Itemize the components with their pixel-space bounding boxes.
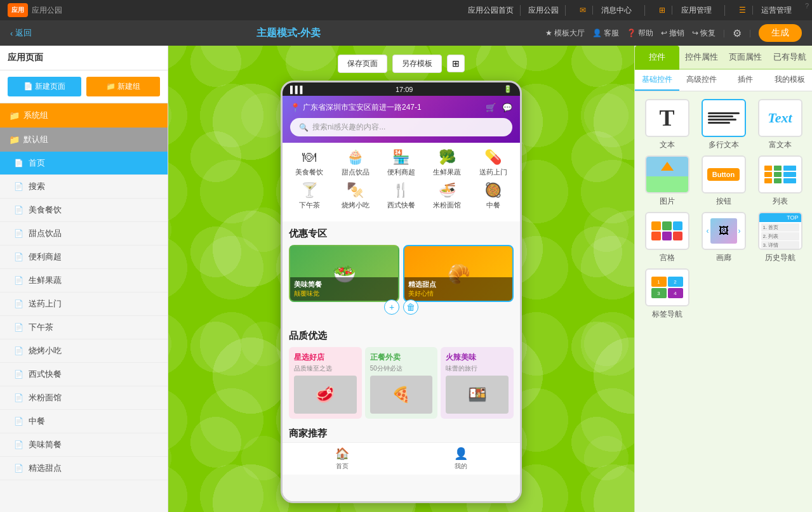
phone-search-bar[interactable]: 🔍 搜索ni感兴趣的内容...	[290, 118, 512, 136]
folder-icon-gray: 📁	[9, 135, 20, 145]
sidebar-item-noodle[interactable]: 📄 米粉面馆	[0, 386, 168, 410]
tab-nav[interactable]: 已有导航	[768, 46, 812, 70]
quality-card-1[interactable]: 正餐外卖 50分钟必达 🍕	[365, 347, 438, 419]
widget-grid-label: 宫格	[660, 253, 675, 263]
new-group-button[interactable]: 📁 新建组	[86, 77, 160, 96]
widget-tags[interactable]: 1 2 3 4 标签导航	[641, 268, 693, 320]
sidebar-item-fresh[interactable]: 📄 生鲜果蔬	[0, 269, 168, 292]
sidebar-item-medicine[interactable]: 📄 送药上门	[0, 292, 168, 316]
category-item-2[interactable]: 🏪 便利商超	[382, 149, 420, 177]
location-icon: 📍	[290, 103, 300, 112]
sidebar-item-dessert[interactable]: 📄 甜点饮品	[0, 222, 168, 246]
generate-button[interactable]: 生成	[759, 24, 802, 42]
category-item-5[interactable]: 🍸 下午茶	[290, 182, 328, 210]
canvas-settings-button[interactable]: ⊞	[447, 55, 465, 72]
widget-richtext[interactable]: Text 富文本	[754, 99, 806, 150]
tab-page-props[interactable]: 页面属性	[724, 46, 768, 70]
back-button[interactable]: ‹ 返回	[10, 27, 32, 39]
cat-icon-6: 🍢	[347, 182, 364, 199]
phone-nav-home[interactable]: 🏠 首页	[335, 447, 349, 471]
gallery-icon: ‹ 🖼 ›	[704, 216, 743, 246]
widget-gallery[interactable]: ‹ 🖼 › 画廊	[698, 212, 749, 263]
promo-card-0[interactable]: 🥗 美味简餐 颠覆味觉	[289, 245, 399, 302]
sidebar-item-chinese[interactable]: 📄 中餐	[0, 410, 168, 433]
phone-header: 📍 广东省深圳市宝安区前进一路247-1 🛒 💬 🔍 搜索ni感兴趣的内容...	[283, 96, 520, 143]
top-link-app[interactable]: 应用公园	[522, 5, 566, 16]
top-link-ops[interactable]: ☰ 运营管理	[726, 5, 804, 16]
subtab-advanced[interactable]: 高级控件	[679, 70, 724, 91]
widget-button[interactable]: Button 按钮	[698, 155, 749, 207]
tab-widgets[interactable]: 控件	[635, 46, 679, 70]
top-link-manage[interactable]: ⊞ 应用管理	[646, 5, 724, 16]
star-icon: ★	[545, 29, 552, 37]
save-as-template-button[interactable]: 另存模板	[392, 55, 442, 73]
sidebar-item-food[interactable]: 📄 美食餐饮	[0, 199, 168, 222]
save-page-button[interactable]: 保存页面	[338, 55, 387, 73]
sidebar-buttons: 📄 新建页面 📁 新建组	[0, 70, 168, 103]
undo-btn[interactable]: ↩ 撤销	[661, 28, 684, 39]
logo-icon: 应用	[8, 3, 28, 17]
category-item-6[interactable]: 🍢 烧烤小吃	[336, 182, 375, 210]
shop-icon[interactable]: 🛒	[486, 103, 496, 112]
promo-card-1[interactable]: 🥐 精选甜点 美好心情	[403, 245, 514, 302]
sidebar-group-default[interactable]: 📁 默认组	[0, 128, 168, 152]
widget-multitext[interactable]: ? 多行文本	[698, 99, 749, 150]
list-row	[764, 166, 796, 171]
settings-button[interactable]: ⚙	[733, 27, 742, 39]
phone-mockup: ▌▌▌ 17:09 🔋 📍 广东省深圳市宝安区前进一路247-1 🛒 💬	[281, 81, 522, 503]
template-hall-btn[interactable]: ★ 模板大厅	[545, 28, 585, 39]
toolbar: ‹ 返回 主题模式-外卖 ★ 模板大厅 👤 客服 ❓ 帮助 ↩ 撤销 ↪ 恢复 …	[0, 20, 812, 46]
redo-btn[interactable]: ↪ 恢复	[692, 28, 715, 39]
widget-list[interactable]: 列表	[754, 155, 806, 207]
sidebar-item-bbq[interactable]: 📄 烧烤小吃	[0, 339, 168, 363]
quality-card-2[interactable]: 火辣美味 味蕾的旅行 🍱	[441, 347, 514, 419]
category-item-0[interactable]: 🍽 美食餐饮	[290, 149, 328, 177]
widget-image[interactable]: 图片	[641, 155, 693, 207]
sidebar-item-search[interactable]: 📄 搜索	[0, 175, 168, 199]
promo-add-button[interactable]: +	[384, 299, 399, 315]
subtab-plugin[interactable]: 插件	[724, 70, 768, 91]
signal-icon: ▌▌▌	[290, 86, 305, 93]
new-page-button[interactable]: 📄 新建页面	[8, 77, 81, 96]
sidebar-item-home[interactable]: 📄 首页	[0, 152, 168, 175]
sidebar-item-convenience[interactable]: 📄 便利商超	[0, 246, 168, 269]
subtab-basic[interactable]: 基础控件	[635, 70, 679, 91]
help-btn[interactable]: ❓ 帮助	[627, 28, 653, 39]
left-sidebar: 应用页面 📄 新建页面 📁 新建组 📁 系统组 📁 默认组 📄 首页 📄 搜索	[0, 46, 168, 512]
battery-icon: 🔋	[503, 85, 512, 93]
widget-text[interactable]: T 文本	[641, 99, 693, 150]
quality-card-0[interactable]: 星选好店 品质臻至之选 🥩	[289, 347, 362, 419]
category-item-4[interactable]: 💊 送药上门	[474, 149, 512, 177]
phone-nav-profile[interactable]: 👤 我的	[454, 447, 468, 471]
subtab-mytemplate[interactable]: 我的模板	[768, 70, 812, 91]
tab-widget-props[interactable]: 控件属性	[679, 46, 724, 70]
right-panel-subtabs: 基础控件 高级控件 插件 我的模板	[635, 70, 812, 91]
category-item-9[interactable]: 🥘 中餐	[474, 182, 512, 210]
promo-delete-button[interactable]: 🗑	[403, 299, 418, 315]
logo-area: 应用 应用公园	[8, 3, 62, 17]
sidebar-group-system[interactable]: 📁 系统组	[0, 103, 168, 128]
list-row	[764, 178, 796, 183]
phone-content[interactable]: 📍 广东省深圳市宝安区前进一路247-1 🛒 💬 🔍 搜索ni感兴趣的内容...	[283, 96, 520, 501]
sidebar-item-western[interactable]: 📄 西式快餐	[0, 363, 168, 386]
message-icon[interactable]: 💬	[502, 103, 512, 112]
home-icon: 🏠	[335, 447, 349, 461]
category-item-8[interactable]: 🍜 米粉面馆	[428, 182, 466, 210]
category-item-3[interactable]: 🥦 生鲜果蔬	[428, 149, 466, 177]
top-link-msg[interactable]: ✉ 消息中心	[567, 5, 645, 16]
sidebar-item-sweet[interactable]: 📄 精选甜点	[0, 457, 168, 480]
widget-gallery-label: 画廊	[716, 253, 731, 263]
category-item-7[interactable]: 🍴 西式快餐	[382, 182, 420, 210]
phone-address-bar: 📍 广东省深圳市宝安区前进一路247-1 🛒 💬	[290, 102, 512, 113]
sidebar-item-tea[interactable]: 📄 下午茶	[0, 316, 168, 339]
sidebar-item-simple-meal[interactable]: 📄 美味简餐	[0, 433, 168, 457]
customer-service-btn[interactable]: 👤 客服	[592, 28, 619, 39]
promo-grid: 🥗 美味简餐 颠覆味觉 🥐 精选甜点 美好心情	[289, 245, 514, 302]
grid-icon	[649, 219, 686, 243]
widget-button-label: 按钮	[716, 196, 731, 207]
widget-history[interactable]: TOP 1. 首页 2. 列表 3. 详情 历史导航	[754, 212, 806, 263]
category-item-1[interactable]: 🧁 甜点饮品	[336, 149, 375, 177]
top-link-home[interactable]: 应用公园首页	[462, 5, 521, 16]
widget-grid[interactable]: 宫格	[641, 212, 693, 263]
canvas-toolbar: 保存页面 另存模板 ⊞	[338, 55, 465, 73]
